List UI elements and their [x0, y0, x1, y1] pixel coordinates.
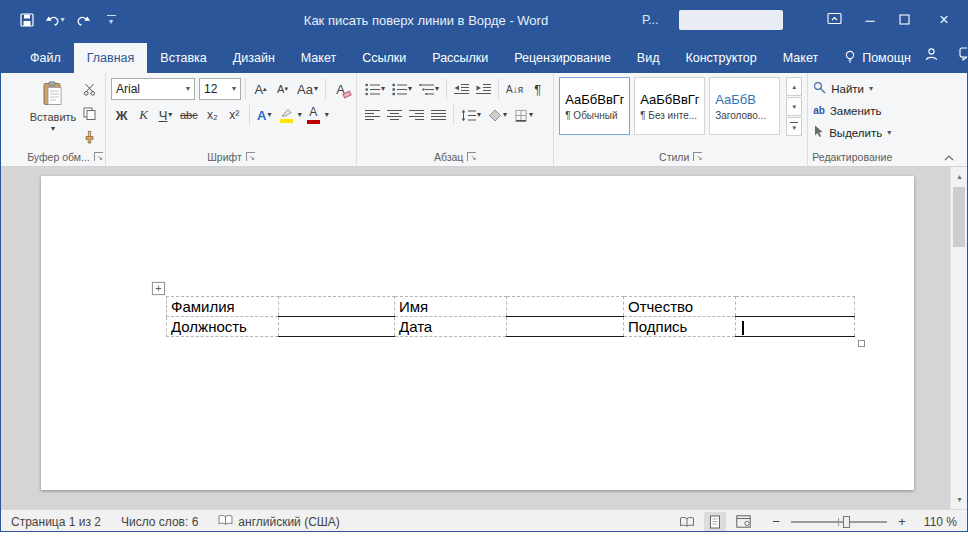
line-spacing-arrow[interactable]: ▾: [477, 111, 481, 119]
vertical-scrollbar[interactable]: ▲ ▼: [950, 167, 967, 509]
cell-label-surname[interactable]: Фамилия: [167, 297, 279, 317]
cell-blank-name[interactable]: [507, 297, 624, 317]
tab-view[interactable]: Вид: [624, 43, 673, 73]
align-right-button[interactable]: [406, 104, 427, 126]
cell-blank-position[interactable]: [279, 317, 395, 337]
find-button[interactable]: Найти ▾: [813, 79, 891, 98]
style-card-normal[interactable]: АаБбВвГг, ¶ Обычный: [559, 77, 630, 135]
shading-button[interactable]: ▾: [485, 104, 510, 126]
justify-button[interactable]: [428, 104, 449, 126]
superscript-button[interactable]: х²: [224, 104, 245, 126]
multilevel-list-button[interactable]: ▾: [416, 78, 442, 100]
tab-design[interactable]: Дизайн: [220, 43, 288, 73]
highlight-arrow[interactable]: ▾: [298, 111, 302, 119]
paste-button[interactable]: Вставить ▾: [30, 77, 76, 145]
align-left-button[interactable]: [362, 104, 383, 126]
undo-dropdown-arrow[interactable]: ▾: [60, 16, 64, 24]
zoom-slider[interactable]: [791, 521, 887, 523]
tell-me-tab[interactable]: Помощн: [831, 43, 924, 73]
cell-blank-patronymic[interactable]: [736, 297, 855, 317]
cell-blank-date[interactable]: [507, 317, 624, 337]
zoom-out-button[interactable]: −: [770, 514, 782, 529]
tab-references[interactable]: Ссылки: [349, 43, 419, 73]
tab-mailings[interactable]: Рассылки: [419, 43, 501, 73]
find-arrow[interactable]: ▾: [869, 85, 873, 93]
table-move-handle[interactable]: +: [152, 282, 165, 295]
print-layout-button[interactable]: [704, 512, 726, 532]
styles-dialog-launcher[interactable]: ↘: [693, 152, 702, 161]
clear-formatting-button[interactable]: А: [330, 78, 351, 100]
strikethrough-button[interactable]: abc: [177, 104, 201, 126]
scrollbar-thumb[interactable]: [953, 187, 965, 247]
account-person-button[interactable]: [924, 47, 939, 66]
font-color-button[interactable]: А: [303, 104, 324, 126]
save-button[interactable]: [15, 7, 39, 33]
numbering-arrow[interactable]: ▾: [408, 85, 412, 93]
read-mode-button[interactable]: [676, 512, 698, 532]
scroll-down-button[interactable]: ▼: [951, 491, 967, 508]
copy-button[interactable]: [79, 102, 100, 124]
cell-label-position[interactable]: Должность: [167, 317, 279, 337]
bullets-button[interactable]: ▾: [362, 78, 388, 100]
line-spacing-button[interactable]: ▾: [458, 104, 484, 126]
select-button[interactable]: Выделить ▾: [813, 123, 891, 142]
highlight-button[interactable]: [276, 104, 297, 126]
tab-table-design[interactable]: Конструктор: [672, 43, 769, 73]
grow-font-button[interactable]: А ▴: [250, 78, 271, 100]
show-marks-button[interactable]: ¶: [527, 78, 548, 100]
sort-button[interactable]: А↓я: [503, 78, 526, 100]
proofing-language[interactable]: английский (США): [218, 514, 339, 529]
bold-button[interactable]: Ж: [111, 104, 132, 126]
cell-label-signature[interactable]: Подпись: [624, 317, 736, 337]
cell-blank-surname[interactable]: [279, 297, 395, 317]
maximize-button[interactable]: [887, 1, 921, 39]
tab-table-layout[interactable]: Макет: [770, 43, 831, 73]
multilevel-arrow[interactable]: ▾: [435, 85, 439, 93]
font-name-arrow[interactable]: ▾: [183, 85, 193, 93]
font-dialog-launcher[interactable]: ↘: [246, 152, 255, 161]
tab-insert[interactable]: Вставка: [147, 43, 219, 73]
replace-button[interactable]: ab Заменить: [813, 101, 891, 120]
zoom-level[interactable]: 110 %: [917, 515, 957, 529]
borders-button[interactable]: ▾: [511, 104, 536, 126]
shading-arrow[interactable]: ▾: [503, 111, 507, 119]
ribbon-display-options-button[interactable]: [815, 1, 853, 39]
style-card-heading1[interactable]: АаБбВ Заголово...: [709, 77, 780, 135]
clipboard-dialog-launcher[interactable]: ↘: [94, 152, 103, 161]
numbering-button[interactable]: ▾: [389, 78, 415, 100]
style-card-no-spacing[interactable]: АаБбВвГг, ¶ Без инте...: [634, 77, 705, 135]
tab-review[interactable]: Рецензирование: [501, 43, 624, 73]
page-indicator[interactable]: Страница 1 из 2: [11, 515, 101, 529]
bullets-arrow[interactable]: ▾: [381, 85, 385, 93]
align-center-button[interactable]: [384, 104, 405, 126]
paragraph-dialog-launcher[interactable]: ↘: [467, 152, 476, 161]
font-name-combo[interactable]: Arial ▾: [111, 78, 195, 100]
user-account-redacted[interactable]: [679, 10, 783, 30]
cell-label-name[interactable]: Имя: [395, 297, 507, 317]
collapse-ribbon-button[interactable]: [939, 149, 959, 163]
font-color-arrow[interactable]: ▾: [325, 111, 329, 119]
tab-home[interactable]: Главная: [74, 43, 148, 73]
cut-button[interactable]: [79, 78, 100, 100]
table-resize-handle[interactable]: [858, 340, 865, 347]
change-case-button[interactable]: Аа ▾: [294, 78, 321, 100]
zoom-in-button[interactable]: +: [896, 514, 908, 529]
font-size-combo[interactable]: 12 ▾: [199, 78, 241, 100]
web-layout-button[interactable]: [732, 512, 754, 532]
styles-scroll-down-button[interactable]: ▾: [786, 97, 802, 116]
styles-more-button[interactable]: ▾: [786, 117, 802, 136]
increase-indent-button[interactable]: [473, 78, 494, 100]
shrink-font-button[interactable]: А ▾: [272, 78, 293, 100]
word-count[interactable]: Число слов: 6: [121, 515, 198, 529]
undo-button[interactable]: ▾: [43, 7, 67, 33]
format-painter-button[interactable]: [79, 126, 100, 148]
styles-scroll-up-button[interactable]: ▴: [786, 77, 802, 96]
underline-arrow[interactable]: ▾: [168, 111, 172, 119]
close-button[interactable]: ×: [921, 1, 967, 39]
tab-file[interactable]: Файл: [17, 43, 74, 73]
tab-layout[interactable]: Макет: [288, 43, 349, 73]
italic-button[interactable]: К: [133, 104, 154, 126]
cell-label-patronymic[interactable]: Отчество: [624, 297, 736, 317]
subscript-button[interactable]: х₂: [202, 104, 223, 126]
feedback-button[interactable]: [959, 47, 968, 65]
